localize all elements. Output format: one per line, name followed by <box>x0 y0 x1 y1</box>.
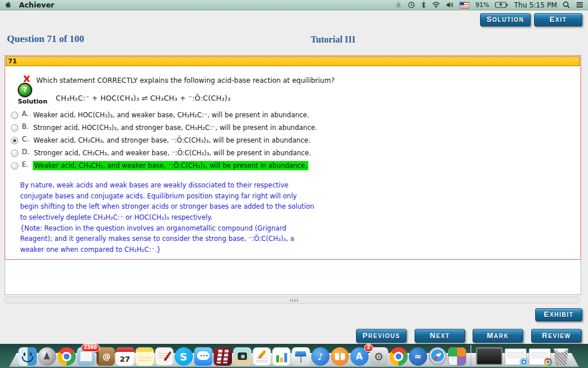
launchpad-icon[interactable] <box>38 347 56 366</box>
battery-percent: 91% <box>475 1 489 9</box>
explanation-note: {Note: Reaction in the question involves… <box>20 223 316 255</box>
option-c-text: Weaker acid, CH₃CH₃, and stronger base, … <box>33 136 310 144</box>
question-number-bar: 71 <box>6 56 580 66</box>
option-d[interactable]: D. Stronger acid, CH₃CH₃, and weaker bas… <box>11 147 311 159</box>
textedit-icon[interactable] <box>155 347 173 366</box>
option-d-letter: D. <box>22 148 29 156</box>
iphoto-icon[interactable] <box>233 347 252 366</box>
mail-icon[interactable]: 2390 <box>77 347 95 366</box>
dock-separator <box>470 345 471 366</box>
chrome-badge-icon <box>544 358 552 366</box>
option-b-radio[interactable] <box>11 124 18 132</box>
option-a-radio[interactable] <box>11 112 18 119</box>
apple-menu-icon[interactable] <box>5 1 12 9</box>
notifications-icon[interactable] <box>395 1 402 9</box>
wifi-icon[interactable] <box>432 2 440 8</box>
explanation-paragraph: By nature, weak acids and weak bases are… <box>20 180 316 223</box>
explanation: By nature, weak acids and weak bases are… <box>20 180 316 255</box>
option-e-text-highlighted: Weaker acid, CH₃CH₃, and weaker base, ⁻:… <box>33 161 308 170</box>
solution-icon-label: Solution <box>18 98 52 105</box>
option-c-radio[interactable] <box>11 137 18 144</box>
question-counter: Question 71 of 100 <box>7 33 84 45</box>
option-e[interactable]: E. Weaker acid, CH₃CH₃, and weaker base,… <box>11 160 308 171</box>
itunes-icon[interactable]: ♪ <box>311 347 330 366</box>
screen: Achiever 91% Thu 5:15 PM <box>0 0 588 368</box>
exhibit-button[interactable]: Exhibit <box>535 308 582 321</box>
option-d-radio[interactable] <box>11 150 18 157</box>
previous-button[interactable]: Previous <box>356 329 407 343</box>
question-prompt: Which statement CORRECTLY explains the f… <box>36 76 335 85</box>
medical-suite-icon[interactable] <box>448 347 466 366</box>
mail-unread-badge: 2390 <box>81 344 99 352</box>
option-e-letter: E. <box>22 160 28 168</box>
option-b-letter: B. <box>22 122 29 131</box>
volume-icon[interactable] <box>446 2 454 8</box>
next-button[interactable]: Next <box>415 329 465 343</box>
red-x-icon <box>22 75 30 83</box>
finder-icon[interactable] <box>18 347 37 366</box>
openoffice-icon[interactable]: ≈ <box>409 347 427 366</box>
answer-panel-blank <box>5 260 581 295</box>
option-b-text: Stronger acid, HOC(CH₃)₃, and stronger b… <box>33 124 317 132</box>
trash-icon[interactable] <box>553 347 570 366</box>
menu-clock[interactable]: Thu 5:15 PM <box>514 1 557 9</box>
safari-icon[interactable] <box>428 347 447 366</box>
menu-app-name[interactable]: Achiever <box>19 1 55 9</box>
app-store-icon[interactable]: A 2 <box>350 347 369 366</box>
scrollbar-handle-icon[interactable] <box>290 299 299 302</box>
dock: 2390 @ 27 S ♪ A 2 ⚙ ≈ <box>0 345 588 366</box>
notification-center-icon[interactable] <box>576 2 583 8</box>
option-a[interactable]: A. Weaker acid, HOC(CH₃)₃, and weaker ba… <box>11 109 309 121</box>
option-b[interactable]: B. Stronger acid, HOC(CH₃)₃, and stronge… <box>11 122 317 133</box>
time-machine-icon[interactable] <box>408 1 415 9</box>
option-c-letter: C. <box>22 135 29 143</box>
option-e-radio[interactable] <box>11 162 18 170</box>
solution-button[interactable]: Solution <box>480 13 531 26</box>
question-panel: 71 ? Solution Which statement CORRECTLY … <box>5 55 581 260</box>
minimized-document-safari[interactable] <box>505 348 527 365</box>
chrome-icon[interactable] <box>57 347 76 366</box>
skype-icon[interactable]: S <box>175 347 193 366</box>
review-button[interactable]: Review <box>531 329 582 343</box>
minimized-document-chrome[interactable] <box>529 348 551 365</box>
option-a-letter: A. <box>22 110 29 118</box>
keynote-icon[interactable] <box>292 347 310 366</box>
tutorial-title: Tutorial III <box>287 34 379 45</box>
horizontal-scrollbar[interactable] <box>5 297 580 304</box>
question-equation: CH₃H₂C:⁻ + HOC(CH₃)₃ ⇌ CH₃CH₃ + ⁻:Ö:C(CH… <box>56 94 230 102</box>
calendar-icon[interactable]: 27 <box>116 347 134 366</box>
option-c[interactable]: C. Weaker acid, CH₃CH₃, and stronger bas… <box>11 135 311 146</box>
numbers-icon[interactable] <box>272 347 291 366</box>
bluetooth-icon[interactable] <box>421 1 426 9</box>
pages-icon[interactable] <box>253 347 271 366</box>
option-d-text: Stronger acid, CH₃CH₃, and weaker base, … <box>34 149 311 157</box>
exit-button[interactable]: Exit <box>534 13 582 26</box>
messages-icon[interactable] <box>194 347 212 366</box>
notes-icon[interactable] <box>136 347 154 366</box>
mark-button[interactable]: Mark <box>473 329 523 343</box>
input-source-flag-icon[interactable] <box>459 2 470 9</box>
app-store-updates-badge: 2 <box>364 344 373 352</box>
battery-icon[interactable] <box>495 2 508 8</box>
ibooks-icon[interactable] <box>331 347 349 366</box>
safari-badge-icon <box>520 358 528 366</box>
photo-booth-icon[interactable] <box>214 347 232 366</box>
minimized-window-thumbnail[interactable] <box>476 347 502 365</box>
spotlight-icon[interactable] <box>563 1 570 9</box>
solution-help-icon[interactable]: ? <box>18 83 32 97</box>
option-a-text: Weaker acid, HOC(CH₃)₃, and weaker base,… <box>33 111 310 119</box>
menu-bar: Achiever 91% Thu 5:15 PM <box>0 0 588 10</box>
chrome-icon-2[interactable] <box>389 347 408 366</box>
